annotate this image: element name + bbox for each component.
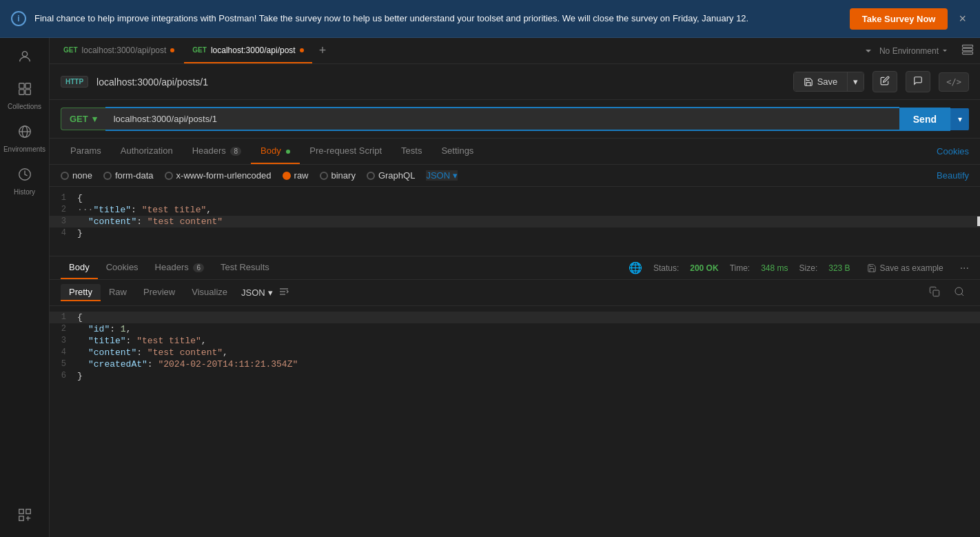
code-line-1: 1 { xyxy=(50,192,980,204)
resp-tab-test-results[interactable]: Test Results xyxy=(212,256,278,279)
radio-binary xyxy=(320,172,328,180)
history-icon xyxy=(17,167,32,185)
tab-1[interactable]: GET localhost:3000/api/post xyxy=(55,38,183,63)
response-code-editor: 1 { 2 "id": 1, 3 "title": "test title", xyxy=(50,306,980,537)
tab-params[interactable]: Params xyxy=(61,139,111,164)
svg-rect-11 xyxy=(19,516,23,520)
banner-text: Final chance to help improve integration… xyxy=(34,12,841,25)
sidebar-item-collections[interactable]: Collections xyxy=(3,76,47,116)
resp-pretty-tab[interactable]: Pretty xyxy=(61,284,101,301)
send-button-group: Send ▾ xyxy=(899,108,969,131)
svg-point-21 xyxy=(955,287,963,295)
save-as-example-button[interactable]: Save as example xyxy=(867,263,943,273)
resp-tab-cookies[interactable]: Cookies xyxy=(98,256,147,279)
preview-label: Preview xyxy=(143,287,175,297)
resp-cookies-label: Cookies xyxy=(106,262,139,272)
copy-response-button[interactable] xyxy=(925,285,944,301)
method-select[interactable]: GET ▾ xyxy=(61,108,105,130)
close-banner-button[interactable]: × xyxy=(956,9,969,29)
comment-icon-button[interactable] xyxy=(906,71,930,92)
request-header: HTTP localhost:3000/api/posts/1 Save ▾ xyxy=(50,64,980,100)
radio-graphql xyxy=(367,172,375,180)
send-button[interactable]: Send xyxy=(899,108,950,131)
sidebar-item-profile[interactable] xyxy=(3,43,47,73)
sidebar-item-history[interactable]: History xyxy=(3,161,47,201)
tab-bar-dropdown[interactable] xyxy=(864,47,872,55)
json-format-select[interactable]: JSON ▾ xyxy=(426,170,458,181)
option-urlencoded[interactable]: x-www-form-urlencoded xyxy=(165,170,272,181)
tab-2[interactable]: GET localhost:3000/api/post xyxy=(184,38,312,63)
method-chevron-icon: ▾ xyxy=(92,114,97,124)
tab1-url: localhost:3000/api/post xyxy=(82,45,167,55)
option-binary[interactable]: binary xyxy=(320,170,356,181)
tab-body[interactable]: Body xyxy=(251,139,300,164)
url-input[interactable] xyxy=(105,107,899,131)
tab-pre-request[interactable]: Pre-request Script xyxy=(300,139,391,164)
request-tabs-nav: Params Authorization Headers 8 Body Pre-… xyxy=(50,139,980,165)
option-none-label: none xyxy=(72,170,92,181)
send-dropdown-button[interactable]: ▾ xyxy=(950,108,969,130)
option-form-data-label: form-data xyxy=(115,170,154,181)
svg-line-22 xyxy=(961,294,963,296)
response-tabs: Body Cookies Headers 6 Test Results 🌐 St… xyxy=(50,256,980,280)
save-as-example-label: Save as example xyxy=(880,263,943,273)
svg-rect-1 xyxy=(19,83,23,88)
resp-raw-tab[interactable]: Raw xyxy=(101,284,135,301)
tab-bar: GET localhost:3000/api/post GET localhos… xyxy=(50,38,980,64)
sidebar-item-environments[interactable]: Environments xyxy=(3,119,47,159)
code-line-3: 3 "content": "test content" xyxy=(50,216,980,227)
environment-selector[interactable]: No Environment xyxy=(874,46,954,56)
resp-tab-headers[interactable]: Headers 6 xyxy=(147,256,212,279)
method-label: GET xyxy=(70,114,88,124)
svg-rect-9 xyxy=(19,509,23,514)
tab-tests[interactable]: Tests xyxy=(391,139,431,164)
option-binary-label: binary xyxy=(331,170,356,181)
take-survey-button[interactable]: Take Survey Now xyxy=(850,8,948,30)
response-body-tabs: Pretty Raw Preview Visualize JSON ▾ xyxy=(50,280,980,306)
option-raw[interactable]: raw xyxy=(283,170,309,181)
collections-label: Collections xyxy=(8,103,41,110)
code-icon-button[interactable]: </> xyxy=(939,72,969,92)
edit-icon-button[interactable] xyxy=(872,71,897,92)
sidebar-item-components[interactable] xyxy=(3,502,47,537)
environments-label: Environments xyxy=(3,145,45,153)
svg-rect-15 xyxy=(963,48,973,50)
resp-preview-tab[interactable]: Preview xyxy=(135,284,183,301)
cookies-link[interactable]: Cookies xyxy=(937,146,969,156)
request-bar: GET ▾ Send ▾ xyxy=(50,100,980,139)
beautify-button[interactable]: Beautify xyxy=(937,170,969,181)
resp-code-line-5: 5 "createdAt": "2024-02-20T14:11:21.354Z… xyxy=(50,358,980,370)
survey-banner: i Final chance to help improve integrati… xyxy=(0,0,980,38)
more-options-button[interactable]: ··· xyxy=(960,262,969,274)
resp-visualize-tab[interactable]: Visualize xyxy=(183,284,236,301)
resp-code-line-6: 6 } xyxy=(50,370,980,382)
resp-tab-body[interactable]: Body xyxy=(61,256,98,279)
body-active-dot xyxy=(286,150,290,154)
no-env-label: No Environment xyxy=(879,46,939,56)
components-icon xyxy=(17,507,32,526)
tab-authorization[interactable]: Authorization xyxy=(111,139,183,164)
tab-headers[interactable]: Headers 8 xyxy=(183,139,251,164)
option-graphql[interactable]: GraphQL xyxy=(367,170,415,181)
account-icon-btn[interactable] xyxy=(961,43,974,59)
new-tab-button[interactable]: + xyxy=(314,43,332,58)
option-none[interactable]: none xyxy=(61,170,92,181)
wrap-lines-icon-button[interactable] xyxy=(278,286,289,299)
resp-json-label: JSON xyxy=(241,287,265,298)
globe-icon: 🌐 xyxy=(629,261,642,274)
option-form-data[interactable]: form-data xyxy=(103,170,154,181)
time-value: 348 ms xyxy=(761,263,788,273)
save-button[interactable]: Save xyxy=(794,72,848,91)
response-actions xyxy=(925,285,969,301)
json-format-label: JSON xyxy=(426,170,450,181)
resp-code-line-2: 2 "id": 1, xyxy=(50,323,980,335)
request-body-editor[interactable]: 1 { 2 ···"title": "test title", 3 "conte… xyxy=(50,187,980,256)
save-dropdown-button[interactable]: ▾ xyxy=(847,72,864,91)
search-response-button[interactable] xyxy=(950,285,969,301)
json-chevron-icon: ▾ xyxy=(453,170,458,181)
size-value: 323 B xyxy=(828,263,850,273)
svg-rect-4 xyxy=(25,90,30,94)
resp-test-results-label: Test Results xyxy=(221,262,269,272)
resp-json-format-select[interactable]: JSON ▾ xyxy=(241,287,273,298)
tab-settings[interactable]: Settings xyxy=(431,139,483,164)
